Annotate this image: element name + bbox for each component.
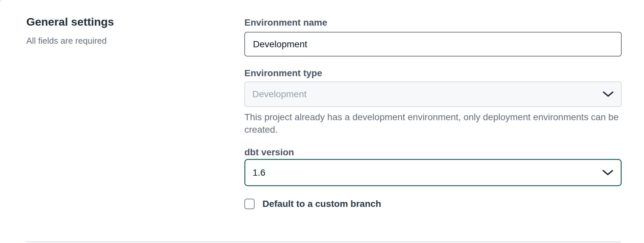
- field-environment-name: Environment name: [244, 18, 622, 56]
- environment-type-select: Development: [244, 81, 622, 107]
- environment-type-helper: This project already has a development e…: [244, 111, 622, 136]
- dbt-version-value: 1.6: [253, 167, 265, 178]
- custom-branch-row: Default to a custom branch: [244, 199, 622, 209]
- custom-branch-label[interactable]: Default to a custom branch: [262, 199, 381, 209]
- general-settings-content: General settings All fields are required…: [0, 0, 644, 209]
- page-title: General settings: [26, 16, 244, 27]
- environment-type-value: Development: [252, 89, 307, 99]
- custom-branch-checkbox[interactable]: [244, 199, 255, 209]
- environment-type-label: Environment type: [244, 68, 622, 78]
- section-divider: [26, 241, 621, 242]
- general-settings-form: Environment name Environment type Develo…: [244, 18, 622, 209]
- field-environment-type: Environment type Development This projec…: [244, 68, 622, 136]
- field-dbt-version: dbt version 1.6: [244, 147, 622, 186]
- dbt-version-label: dbt version: [244, 147, 622, 157]
- section-intro: General settings All fields are required: [26, 18, 244, 209]
- environment-name-input[interactable]: [244, 32, 622, 56]
- environment-name-label: Environment name: [244, 18, 622, 28]
- dbt-version-select[interactable]: 1.6: [244, 159, 622, 186]
- chevron-down-icon: [602, 169, 613, 176]
- chevron-down-icon: [603, 91, 614, 98]
- page-subtitle: All fields are required: [26, 36, 244, 46]
- general-settings-card: General settings All fields are required…: [0, 0, 644, 243]
